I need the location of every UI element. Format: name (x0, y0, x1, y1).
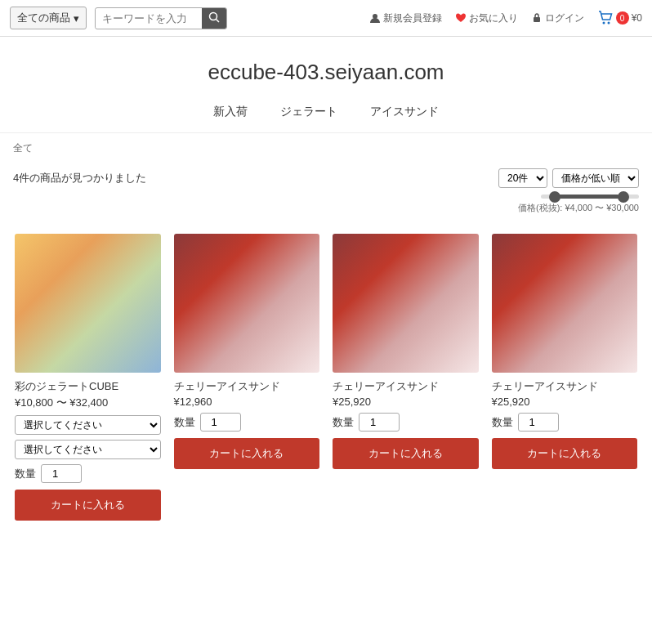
qty-input[interactable] (518, 413, 559, 432)
cart-badge: 0 (616, 11, 629, 25)
slider-track (541, 195, 639, 199)
cart-icon (597, 10, 614, 26)
product-image (492, 234, 638, 373)
svg-point-4 (602, 22, 605, 25)
category-label: 全ての商品 (17, 11, 70, 25)
fav-link[interactable]: お気に入り (455, 11, 518, 25)
qty-row: 数量 (492, 413, 638, 432)
cart-total: ¥0 (632, 12, 642, 24)
svg-rect-3 (534, 17, 540, 22)
main-nav: 新入荷 ジェラート アイスサンド (0, 98, 652, 133)
qty-label: 数量 (333, 415, 354, 430)
qty-input[interactable] (200, 413, 241, 432)
product-card: チェリーアイスサンド ¥12,960 数量 カートに入れる (167, 227, 327, 527)
site-title: eccube-403.seiyaan.com (0, 37, 652, 98)
qty-input[interactable] (41, 464, 82, 483)
svg-point-5 (607, 22, 610, 25)
svg-line-1 (217, 19, 220, 22)
add-to-cart-button[interactable]: カートに入れる (174, 438, 320, 469)
qty-row: 数量 (174, 413, 320, 432)
search-input[interactable] (96, 9, 202, 28)
slider-thumb-left[interactable] (549, 191, 560, 203)
search-box (95, 7, 227, 29)
breadcrumb: 全て (0, 133, 652, 163)
svg-point-0 (210, 12, 217, 20)
cart-area[interactable]: 0 ¥0 (597, 10, 642, 26)
product-variant-select-1[interactable]: 選択してください (15, 415, 161, 435)
product-grid: 彩のジェラートCUBE ¥10,800 〜 ¥32,400 選択してください 選… (0, 221, 652, 534)
category-dropdown[interactable]: 全ての商品 ▾ (10, 7, 87, 29)
qty-row: 数量 (15, 464, 161, 483)
per-page-select[interactable]: 20件 (498, 168, 547, 188)
nav-icesand[interactable]: アイスサンド (370, 105, 439, 119)
qty-row: 数量 (333, 413, 479, 432)
header: 全ての商品 ▾ 新規会員登録 お気に入り ログイン 0 ¥0 (0, 0, 652, 37)
qty-label: 数量 (174, 415, 195, 430)
register-link[interactable]: 新規会員登録 (369, 11, 442, 25)
product-name: チェリーアイスサンド (174, 379, 320, 394)
product-image (333, 234, 479, 373)
product-name: チェリーアイスサンド (333, 379, 479, 394)
nav-new[interactable]: 新入荷 (213, 105, 248, 119)
heart-icon (455, 12, 467, 24)
sort-select[interactable]: 価格が低い順 (552, 168, 639, 188)
user-icon (369, 12, 381, 24)
list-controls: 20件 価格が低い順 (498, 168, 639, 188)
qty-label: 数量 (15, 467, 36, 481)
search-button[interactable] (202, 8, 226, 29)
header-right: 新規会員登録 お気に入り ログイン 0 ¥0 (369, 10, 642, 26)
login-link[interactable]: ログイン (531, 11, 584, 25)
slider-thumb-right[interactable] (618, 191, 629, 203)
price-slider[interactable] (13, 195, 639, 199)
product-price: ¥25,920 (492, 396, 638, 408)
result-count: 4件の商品が見つかりました (13, 171, 146, 186)
product-price: ¥12,960 (174, 396, 320, 408)
add-to-cart-button[interactable]: カートに入れる (15, 490, 161, 521)
price-filter: 価格(税抜): ¥4,000 〜 ¥30,000 (0, 191, 652, 221)
product-name: チェリーアイスサンド (492, 379, 638, 394)
chevron-down-icon: ▾ (74, 12, 79, 25)
lock-icon (531, 12, 543, 24)
product-image (15, 234, 161, 373)
product-card: 彩のジェラートCUBE ¥10,800 〜 ¥32,400 選択してください 選… (8, 227, 167, 527)
search-icon (208, 11, 220, 23)
qty-label: 数量 (492, 415, 513, 430)
product-card: チェリーアイスサンド ¥25,920 数量 カートに入れる (485, 227, 645, 527)
product-name: 彩のジェラートCUBE (15, 379, 161, 394)
list-header: 4件の商品が見つかりました 20件 価格が低い順 (0, 163, 652, 191)
nav-gelato[interactable]: ジェラート (280, 105, 337, 119)
slider-fill (551, 195, 619, 199)
product-image (174, 234, 320, 373)
add-to-cart-button[interactable]: カートに入れる (492, 438, 638, 469)
price-range-label: 価格(税抜): ¥4,000 〜 ¥30,000 (13, 202, 639, 214)
product-price: ¥10,800 〜 ¥32,400 (15, 396, 161, 410)
product-variant-select-2[interactable]: 選択してください (15, 440, 161, 459)
add-to-cart-button[interactable]: カートに入れる (333, 438, 479, 469)
qty-input[interactable] (359, 413, 400, 432)
product-price: ¥25,920 (333, 396, 479, 408)
product-card: チェリーアイスサンド ¥25,920 数量 カートに入れる (326, 227, 485, 527)
